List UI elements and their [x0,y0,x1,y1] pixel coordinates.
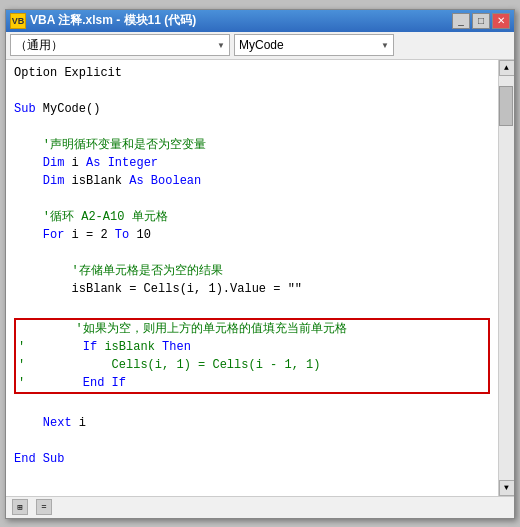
title-bar-left: VB VBA 注释.xlsm - 模块11 (代码) [10,12,196,29]
code-line [14,298,490,316]
code-line: Sub MyCode() [14,100,490,118]
code-line: Dim isBlank As Boolean [14,172,490,190]
close-button[interactable]: ✕ [492,13,510,29]
code-line-h1: '如果为空，则用上方的单元格的值填充当前单元格 [18,320,486,338]
toolbar: （通用） ▼ MyCode ▼ [6,32,514,60]
code-line-h4: ' End If [18,374,486,392]
code-line: '声明循环变量和是否为空变量 [14,136,490,154]
minimize-button[interactable]: _ [452,13,470,29]
scroll-thumb[interactable] [499,86,513,126]
window-title: VBA 注释.xlsm - 模块11 (代码) [30,12,196,29]
title-buttons: _ □ ✕ [452,13,510,29]
code-line: isBlank = Cells(i, 1).Value = "" [14,280,490,298]
grid-icon: ⊞ [12,499,28,515]
editor-area: Option Explicit Sub MyCode() '声明循环变量和是否为… [6,60,514,496]
object-dropdown[interactable]: （通用） ▼ [10,34,230,56]
vba-window: VB VBA 注释.xlsm - 模块11 (代码) _ □ ✕ （通用） ▼ … [5,9,515,519]
code-line [14,396,490,414]
code-line [14,118,490,136]
code-line [14,244,490,262]
title-bar: VB VBA 注释.xlsm - 模块11 (代码) _ □ ✕ [6,10,514,32]
scroll-up-button[interactable]: ▲ [499,60,515,76]
code-line-h2: ' If isBlank Then [18,338,486,356]
chevron-down-icon: ▼ [217,41,225,50]
scroll-track[interactable] [499,76,514,480]
highlighted-code-block: '如果为空，则用上方的单元格的值填充当前单元格 ' If isBlank The… [14,318,490,394]
code-line: Dim i As Integer [14,154,490,172]
code-line-h3: ' Cells(i, 1) = Cells(i - 1, 1) [18,356,486,374]
scroll-down-button[interactable]: ▼ [499,480,515,496]
code-line [14,190,490,208]
status-bar: ⊞ = [6,496,514,518]
equals-icon: = [36,499,52,515]
procedure-dropdown-value: MyCode [239,38,284,52]
app-icon: VB [10,13,26,29]
maximize-button[interactable]: □ [472,13,490,29]
code-line-endsub: End Sub [14,450,490,468]
code-line [14,82,490,100]
object-dropdown-value: （通用） [15,37,63,54]
code-line [14,432,490,450]
code-line: '存储单元格是否为空的结果 [14,262,490,280]
procedure-dropdown[interactable]: MyCode ▼ [234,34,394,56]
vertical-scrollbar[interactable]: ▲ ▼ [498,60,514,496]
code-line: For i = 2 To 10 [14,226,490,244]
code-editor[interactable]: Option Explicit Sub MyCode() '声明循环变量和是否为… [6,60,498,496]
code-line: '循环 A2-A10 单元格 [14,208,490,226]
code-line: Option Explicit [14,64,490,82]
code-line-next: Next i [14,414,490,432]
chevron-down-icon-2: ▼ [381,41,389,50]
